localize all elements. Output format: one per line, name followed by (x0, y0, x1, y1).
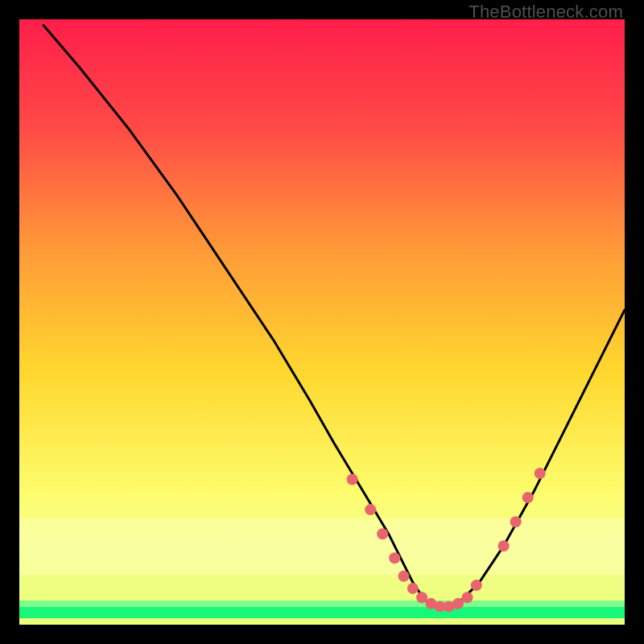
curve-marker (377, 528, 388, 539)
chart-frame (19, 19, 625, 625)
watermark-text: TheBottleneck.com (469, 2, 623, 23)
curve-marker (498, 540, 510, 551)
curve-marker (389, 552, 400, 564)
curve-marker (462, 592, 473, 603)
green-baseline-glow (19, 601, 625, 607)
curve-marker (471, 580, 482, 591)
curve-marker (365, 504, 376, 515)
highlight-band (19, 518, 625, 575)
curve-marker (398, 571, 410, 582)
green-baseline (19, 607, 625, 618)
curve-marker (510, 516, 522, 527)
curve-marker (535, 468, 546, 479)
curve-marker (347, 474, 358, 485)
bottleneck-chart (19, 19, 625, 625)
curve-marker (522, 492, 534, 503)
curve-marker (407, 583, 419, 594)
